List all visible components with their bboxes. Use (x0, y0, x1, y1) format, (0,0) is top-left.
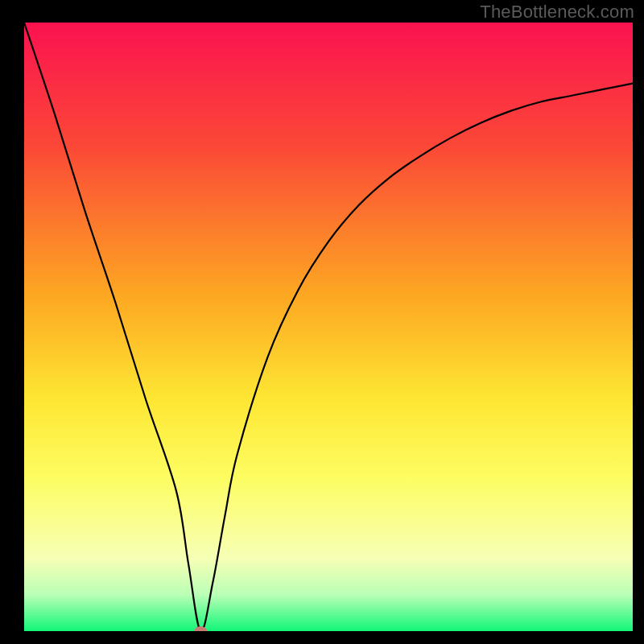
watermark-text: TheBottleneck.com (480, 2, 634, 23)
chart-container (24, 23, 633, 631)
bottleneck-chart (24, 23, 633, 631)
gradient-background (24, 23, 633, 631)
